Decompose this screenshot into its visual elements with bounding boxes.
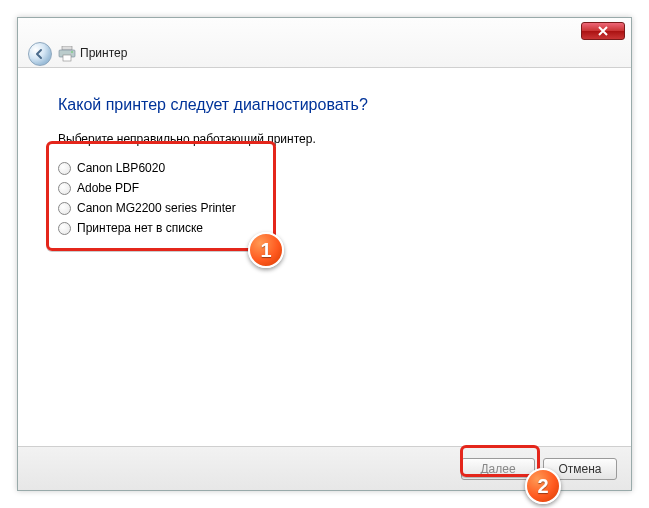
radio-icon — [58, 222, 71, 235]
printer-option-label: Canon MG2200 series Printer — [77, 201, 236, 215]
back-arrow-icon — [34, 48, 46, 60]
footer: Далее Отмена — [18, 446, 631, 490]
instruction-text: Выберите неправильно работающий принтер. — [58, 132, 591, 146]
back-button[interactable] — [28, 42, 52, 66]
printer-option-label: Принтера нет в списке — [77, 221, 203, 235]
next-button[interactable]: Далее — [461, 458, 535, 480]
cancel-button-label: Отмена — [558, 462, 601, 476]
cancel-button[interactable]: Отмена — [543, 458, 617, 480]
printer-option-label: Canon LBP6020 — [77, 161, 165, 175]
printer-icon — [58, 46, 76, 62]
content-area: Какой принтер следует диагностировать? В… — [18, 68, 631, 446]
printer-option[interactable]: Canon MG2200 series Printer — [58, 198, 591, 218]
page-heading: Какой принтер следует диагностировать? — [58, 96, 591, 114]
svg-point-3 — [71, 51, 73, 53]
next-button-label: Далее — [480, 462, 515, 476]
radio-icon — [58, 202, 71, 215]
radio-icon — [58, 182, 71, 195]
close-icon — [598, 26, 608, 36]
troubleshooter-window: Принтер Какой принтер следует диагностир… — [17, 17, 632, 491]
window-title: Принтер — [80, 46, 127, 60]
close-button[interactable] — [581, 22, 625, 40]
printer-option[interactable]: Canon LBP6020 — [58, 158, 591, 178]
radio-icon — [58, 162, 71, 175]
svg-rect-0 — [62, 46, 72, 50]
printer-option[interactable]: Adobe PDF — [58, 178, 591, 198]
printer-option[interactable]: Принтера нет в списке — [58, 218, 591, 238]
titlebar: Принтер — [18, 18, 631, 68]
svg-rect-2 — [63, 55, 71, 61]
printer-option-label: Adobe PDF — [77, 181, 139, 195]
